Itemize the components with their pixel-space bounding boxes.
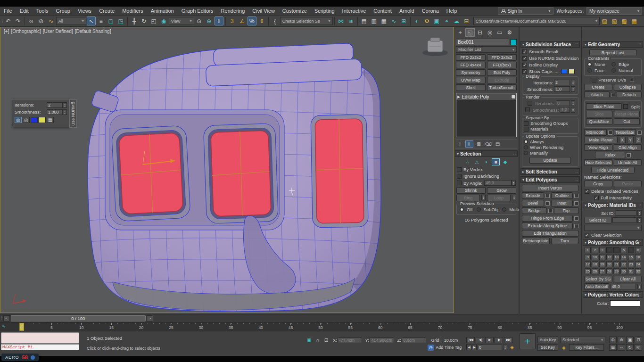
select-by-sg-button[interactable]: Select By SG <box>584 276 612 282</box>
render-smoothness-spinner[interactable] <box>571 107 575 113</box>
smoothing-group-button[interactable]: 17 <box>585 261 591 267</box>
menu-item[interactable]: Graph Editors <box>178 8 217 14</box>
constraint-none-radio[interactable] <box>587 62 592 66</box>
modifier-button[interactable]: Shell <box>456 84 486 91</box>
set-keys-button[interactable]: + <box>520 333 536 349</box>
flip-button[interactable]: Flip <box>554 207 579 214</box>
outline-button[interactable]: Outline <box>551 192 573 199</box>
isoline-display-checkbox[interactable] <box>522 63 527 67</box>
delete-isolated-checkbox[interactable] <box>585 189 589 194</box>
configure-modifier-sets-icon[interactable]: ▤ <box>494 140 502 148</box>
viewport-label-segment[interactable]: [+] <box>4 29 9 34</box>
next-frame-icon[interactable]: |▶ <box>495 337 503 343</box>
isolate-selection-icon[interactable]: ▣ <box>305 337 313 344</box>
ignore-backfacing-checkbox[interactable] <box>457 174 462 179</box>
smoothing-group-button[interactable]: 20 <box>606 261 612 267</box>
undo-icon[interactable]: ↶ <box>4 16 13 25</box>
display-smoothness-field[interactable]: 1,0 <box>554 86 570 92</box>
extrude-button[interactable]: Extrude <box>522 192 544 199</box>
toolbar-grip[interactable]: ⁞ <box>2 18 2 24</box>
object-color-swatch[interactable] <box>511 39 517 45</box>
selection-rollout-header[interactable]: ▾Selection∷ <box>455 150 518 157</box>
tab-hierarchy[interactable]: ⊟ <box>475 28 485 37</box>
menu-item[interactable]: Modifiers <box>118 8 147 14</box>
zoom-icon[interactable]: ⊕ <box>609 337 617 343</box>
insert-vertex-button[interactable]: Insert Vertex <box>522 185 578 191</box>
update-button[interactable]: Update <box>529 157 571 164</box>
planar-x-button[interactable]: X <box>619 137 626 143</box>
layer-explorer-icon[interactable]: ▥ <box>370 16 379 25</box>
key-mode-dropdown[interactable]: Selected <box>560 337 605 343</box>
turn-button[interactable]: Turn <box>551 238 579 244</box>
polygon-subobj-icon[interactable]: ■ <box>492 158 500 165</box>
redo-icon[interactable]: ↷ <box>14 16 23 25</box>
smoothing-group-button[interactable]: 16 <box>635 254 641 260</box>
hinge-from-edge-button[interactable]: Hinge From Edge <box>522 215 573 222</box>
menu-item[interactable]: Customize <box>279 8 311 14</box>
bridge-settings-button[interactable] <box>548 209 553 213</box>
y-coordinate-field[interactable]: 414,986cm <box>370 337 394 343</box>
select-and-scale-icon[interactable]: ◰ <box>149 16 158 25</box>
inset-button[interactable]: Inset <box>551 200 573 206</box>
select-and-link-icon[interactable]: ∞ <box>27 16 36 25</box>
percent-snap-icon[interactable]: % <box>248 16 256 25</box>
key-mode-toggle-icon[interactable]: ◈ <box>508 344 516 351</box>
smoothing-group-button[interactable]: 12 <box>606 254 612 260</box>
grow-button[interactable]: Grow <box>487 187 516 194</box>
select-id-field[interactable] <box>612 217 636 223</box>
make-unique-icon[interactable]: ⊠ <box>475 140 483 148</box>
extrude-along-spline-button[interactable]: Extrude Along Spline <box>522 222 573 229</box>
cage-smooth-icon[interactable]: ◍ <box>15 117 22 123</box>
modifier-button[interactable]: FFD 4x4x4 <box>456 62 486 68</box>
clear-selection-checkbox[interactable] <box>585 233 589 238</box>
smoothing-group-button[interactable]: 2 <box>592 247 598 253</box>
hide-selected-button[interactable]: Hide Selected <box>584 159 612 166</box>
hide-unselected-button[interactable]: Hide Unselected <box>591 167 635 173</box>
unlink-selection-icon[interactable]: ⊘ <box>37 16 46 25</box>
preserve-uvs-checkbox[interactable] <box>592 78 596 82</box>
go-to-start-icon[interactable]: |◀◀ <box>466 337 475 343</box>
viewport-label-segment[interactable]: [User Defined] <box>43 29 73 34</box>
menu-item[interactable]: Animation <box>147 8 178 14</box>
angle-snap-icon[interactable]: ∠ <box>238 16 247 25</box>
remove-modifier-icon[interactable]: ⌫ <box>484 140 492 148</box>
edit-triangulation-button[interactable]: Edit Triangulation <box>522 230 578 237</box>
smoothing-group-button[interactable]: 9 <box>585 254 591 260</box>
iterations-spinner[interactable] <box>63 102 67 108</box>
reference-coordinate-dropdown[interactable]: View <box>169 17 194 25</box>
iterations-field[interactable]: 2 <box>47 102 63 108</box>
use-nurms-tab[interactable]: ▸ Use NURMS <box>69 99 77 128</box>
select-id-spinner[interactable] <box>637 217 642 223</box>
tab-utilities[interactable]: ⚙ <box>505 28 514 37</box>
pan-icon[interactable]: ⇔ <box>618 344 625 351</box>
edit-geometry-header[interactable]: ▾Edit Geometry∷ <box>583 41 643 48</box>
smoothing-group-button[interactable]: 31 <box>628 268 634 274</box>
new-project-icon[interactable]: ▧ <box>610 16 619 25</box>
key-filters-button[interactable]: Key Filters... <box>569 344 604 351</box>
view-align-button[interactable]: View Align <box>584 144 612 151</box>
workspace-dropdown[interactable]: My workspace ▾ <box>586 7 642 15</box>
collapse-button[interactable]: Collapse <box>614 84 642 90</box>
modifier-button[interactable]: UVW Map <box>456 77 486 83</box>
pin-stack-icon[interactable]: † <box>456 140 464 148</box>
update-manually-radio[interactable] <box>524 151 528 155</box>
make-planar-button[interactable]: Make Planar <box>584 137 618 143</box>
smoothing-group-button[interactable]: 7 <box>628 247 634 253</box>
rectangular-selection-region-icon[interactable]: ▢ <box>107 16 116 25</box>
go-to-end-icon[interactable]: ▶▶| <box>504 337 512 343</box>
full-interactivity-checkbox[interactable] <box>594 196 599 200</box>
constraint-face-radio[interactable] <box>587 68 592 73</box>
attach-settings-button[interactable] <box>611 93 615 97</box>
set-project-folder-icon[interactable]: ▨ <box>600 16 609 25</box>
smoothing-group-button[interactable]: 15 <box>628 254 634 260</box>
paste-button[interactable]: Paste <box>614 181 642 187</box>
bevel-settings-button[interactable] <box>545 201 550 206</box>
select-id-button[interactable]: Select ID <box>584 217 611 223</box>
align-icon[interactable]: ≋ <box>347 16 355 25</box>
spinner-snap-icon[interactable]: ⇕ <box>257 16 266 25</box>
viewport-label-segment[interactable]: [Default Shading] <box>75 29 111 34</box>
preview-off-radio[interactable] <box>460 207 464 212</box>
tab-modify[interactable]: ◱ <box>465 28 475 37</box>
object-name-field[interactable]: Box001 <box>456 39 509 45</box>
planar-z-button[interactable]: Z <box>635 137 642 143</box>
